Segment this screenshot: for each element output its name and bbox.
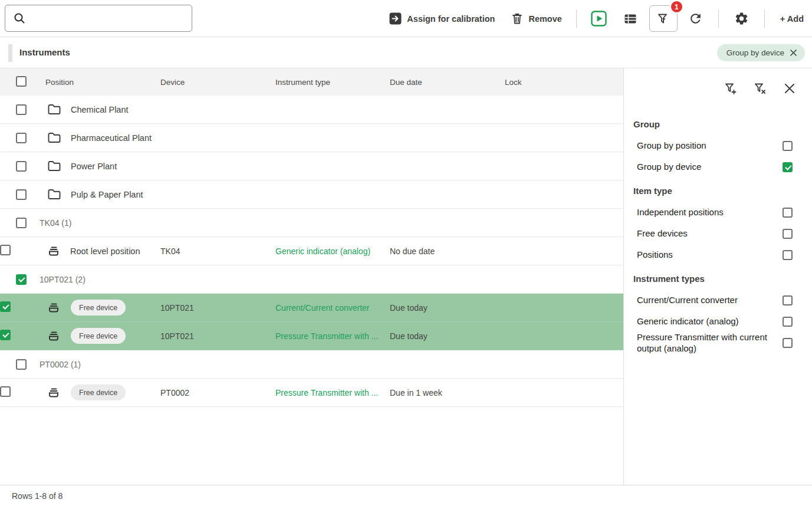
table-row[interactable]: Pharmaceutical Plant bbox=[0, 124, 623, 152]
filter-option[interactable]: Independent positions bbox=[624, 202, 812, 223]
filter-add-button[interactable] bbox=[724, 81, 738, 96]
run-button[interactable] bbox=[591, 11, 607, 27]
filter-panel: Group Group by position Group by device … bbox=[623, 68, 812, 485]
remove-button[interactable]: Remove bbox=[511, 12, 561, 25]
assign-arrow-icon bbox=[389, 12, 402, 25]
filter-option[interactable]: Group by position bbox=[624, 135, 812, 156]
toolbar-divider bbox=[764, 9, 765, 28]
filter-option-checkbox[interactable] bbox=[783, 141, 793, 151]
refresh-icon bbox=[688, 11, 703, 26]
row-checkbox[interactable] bbox=[0, 386, 11, 397]
filter-option[interactable]: Free devices bbox=[624, 223, 812, 244]
instrument-row[interactable]: Free device PT0002 Pressure Transmitter … bbox=[0, 379, 623, 407]
title-accent-bar bbox=[8, 44, 12, 62]
instrument-type-link[interactable]: Pressure Transmitter with ... bbox=[275, 331, 390, 341]
play-icon bbox=[591, 11, 607, 27]
page-title: Instruments bbox=[19, 47, 70, 57]
group-name: TK04 (1) bbox=[40, 218, 71, 228]
table-row[interactable]: Pulp & Paper Plant bbox=[0, 180, 623, 209]
row-checkbox[interactable] bbox=[0, 245, 11, 255]
filter-option-checkbox[interactable] bbox=[783, 229, 793, 239]
add-button[interactable]: + Add bbox=[780, 14, 804, 24]
filter-option[interactable]: Generic indicator (analog) bbox=[624, 311, 812, 332]
free-device-badge: Free device bbox=[71, 328, 126, 344]
row-checkbox[interactable] bbox=[0, 301, 11, 312]
row-checkbox[interactable] bbox=[0, 330, 11, 340]
filter-option-label: Group by position bbox=[637, 140, 712, 152]
device-cell: PT0002 bbox=[160, 388, 275, 397]
folder-icon bbox=[48, 104, 61, 115]
instrument-type-link[interactable]: Current/Current converter bbox=[275, 303, 390, 313]
filter-option-checkbox[interactable] bbox=[783, 162, 793, 172]
rows-count-label: Rows 1-8 of 8 bbox=[12, 491, 63, 501]
search-input[interactable] bbox=[31, 5, 192, 31]
folder-icon bbox=[48, 132, 61, 143]
device-icon bbox=[47, 301, 60, 314]
column-instrument-type[interactable]: Instrument type bbox=[275, 78, 390, 87]
trash-icon bbox=[511, 12, 523, 25]
group-row[interactable]: TK04 (1) bbox=[0, 209, 623, 237]
filter-icon bbox=[656, 11, 671, 27]
position-folder-name: Pulp & Paper Plant bbox=[71, 190, 143, 199]
filter-option-checkbox[interactable] bbox=[783, 295, 793, 305]
instrument-row[interactable]: Free device 10PT021 Pressure Transmitter… bbox=[0, 322, 623, 350]
filter-option[interactable]: Group by device bbox=[624, 156, 812, 178]
app-window: Assign for calibration Remove bbox=[0, 0, 812, 506]
folder-icon bbox=[48, 189, 61, 200]
filter-option-checkbox[interactable] bbox=[783, 208, 793, 218]
filter-option[interactable]: Pressure Transmitter with current output… bbox=[624, 332, 812, 354]
instrument-type-link[interactable]: Generic indicator (analog) bbox=[275, 247, 390, 256]
group-row[interactable]: PT0002 (1) bbox=[0, 350, 623, 379]
instruments-table: Position Device Instrument type Due date… bbox=[0, 68, 623, 485]
filter-option-checkbox[interactable] bbox=[783, 317, 793, 327]
instrument-type-link[interactable]: Pressure Transmitter with ... bbox=[275, 388, 390, 397]
group-row[interactable]: 10PT021 (2) bbox=[0, 265, 623, 294]
column-position[interactable]: Position bbox=[45, 78, 160, 87]
filter-option[interactable]: Current/Current converter bbox=[624, 290, 812, 311]
folder-icon bbox=[48, 160, 61, 172]
row-checkbox[interactable] bbox=[16, 189, 27, 200]
chip-close-icon[interactable] bbox=[790, 49, 797, 57]
filter-badge: 1 bbox=[670, 0, 683, 14]
remove-label: Remove bbox=[528, 14, 561, 24]
column-due-date[interactable]: Due date bbox=[390, 78, 505, 87]
gear-icon bbox=[734, 11, 749, 26]
close-panel-button[interactable] bbox=[783, 81, 797, 96]
chip-label: Group by device bbox=[726, 48, 784, 57]
filter-option-checkbox[interactable] bbox=[783, 338, 793, 348]
column-device[interactable]: Device bbox=[160, 78, 275, 87]
instrument-row[interactable]: Root level position TK04 Generic indicat… bbox=[0, 237, 623, 265]
device-cell: 10PT021 bbox=[160, 331, 275, 341]
group-checkbox[interactable] bbox=[16, 359, 27, 370]
free-device-badge: Free device bbox=[71, 385, 126, 400]
toolbar: Assign for calibration Remove bbox=[0, 0, 812, 37]
device-cell: TK04 bbox=[160, 247, 275, 256]
table-view-icon bbox=[623, 12, 637, 26]
filter-button[interactable]: 1 bbox=[649, 5, 678, 32]
select-all-checkbox[interactable] bbox=[16, 76, 27, 87]
row-checkbox[interactable] bbox=[16, 133, 27, 143]
filter-option[interactable]: Positions bbox=[624, 244, 812, 265]
assign-for-calibration-button[interactable]: Assign for calibration bbox=[389, 12, 495, 25]
device-icon bbox=[47, 245, 60, 258]
search-box[interactable] bbox=[5, 5, 192, 32]
row-checkbox[interactable] bbox=[16, 104, 27, 115]
filter-option-label: Group by device bbox=[637, 162, 707, 173]
group-by-device-chip[interactable]: Group by device bbox=[717, 44, 805, 61]
column-lock[interactable]: Lock bbox=[505, 78, 623, 87]
table-row[interactable]: Chemical Plant bbox=[0, 96, 623, 124]
table-row[interactable]: Power Plant bbox=[0, 152, 623, 180]
instrument-row[interactable]: Free device 10PT021 Current/Current conv… bbox=[0, 294, 623, 322]
settings-button[interactable] bbox=[734, 11, 749, 26]
due-date-cell: Due today bbox=[390, 331, 505, 341]
filter-option-checkbox[interactable] bbox=[783, 250, 793, 260]
table-header: Position Device Instrument type Due date… bbox=[0, 68, 623, 96]
filter-clear-button[interactable] bbox=[753, 81, 767, 96]
group-checkbox[interactable] bbox=[16, 274, 27, 285]
free-device-badge: Free device bbox=[71, 300, 126, 316]
device-icon bbox=[47, 330, 60, 343]
row-checkbox[interactable] bbox=[16, 161, 27, 172]
group-checkbox[interactable] bbox=[16, 218, 27, 228]
table-view-button[interactable] bbox=[623, 12, 637, 26]
refresh-button[interactable] bbox=[688, 11, 703, 26]
